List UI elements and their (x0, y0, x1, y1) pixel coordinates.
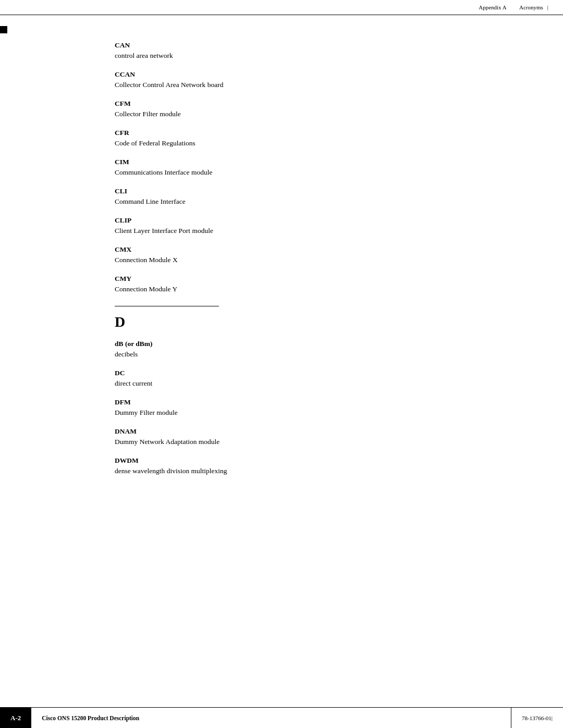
definition-DC: direct current (115, 379, 469, 388)
book-title: Cisco ONS 15200 Product Description (42, 715, 139, 721)
definition-DWDM: dense wavelength division multiplexing (115, 467, 469, 475)
term-DC: DC direct current (115, 369, 469, 388)
page-number-tab: A-2 (0, 708, 31, 728)
main-content: CAN control area network CCAN Collector … (0, 15, 563, 519)
term-label-DFM: DFM (115, 398, 469, 406)
term-DWDM: DWDM dense wavelength division multiplex… (115, 456, 469, 475)
header-separator (511, 4, 515, 10)
d-section: D dB (or dBm) decibels DC direct current… (115, 315, 469, 475)
term-label-CCAN: CCAN (115, 70, 469, 79)
definition-CCAN: Collector Control Area Network board (115, 81, 469, 89)
term-label-CIM: CIM (115, 158, 469, 166)
term-CLI: CLI Command Line Interface (115, 187, 469, 206)
footer-center: Cisco ONS 15200 Product Description (31, 708, 511, 728)
appendix-label: Appendix A (479, 4, 506, 10)
term-label-CLIP: CLIP (115, 216, 469, 225)
section-divider (115, 306, 219, 306)
term-label-CMY: CMY (115, 275, 469, 283)
term-label-CAN: CAN (115, 41, 469, 50)
definition-dB: decibels (115, 350, 469, 359)
term-CMX: CMX Connection Module X (115, 245, 469, 264)
term-CFM: CFM Collector Filter module (115, 100, 469, 118)
definition-CLIP: Client Layer Interface Port module (115, 227, 469, 235)
left-bookmark (0, 26, 7, 33)
header-pipe: | (547, 4, 548, 10)
definition-CFM: Collector Filter module (115, 110, 469, 118)
doc-number: 78-13766-01 (522, 715, 552, 721)
term-CLIP: CLIP Client Layer Interface Port module (115, 216, 469, 235)
page-number: A-2 (10, 714, 21, 722)
term-label-dB: dB (or dBm) (115, 340, 469, 348)
term-label-DNAM: DNAM (115, 427, 469, 436)
definition-CFR: Code of Federal Regulations (115, 139, 469, 147)
term-label-CLI: CLI (115, 187, 469, 195)
term-label-DWDM: DWDM (115, 456, 469, 465)
term-DFM: DFM Dummy Filter module (115, 398, 469, 417)
footer-pipe: | (552, 715, 553, 721)
footer-doc-number: 78-13766-01 | (511, 708, 563, 728)
term-CMY: CMY Connection Module Y (115, 275, 469, 293)
definition-DNAM: Dummy Network Adaptation module (115, 438, 469, 446)
term-CCAN: CCAN Collector Control Area Network boar… (115, 70, 469, 89)
term-label-DC: DC (115, 369, 469, 377)
term-label-CMX: CMX (115, 245, 469, 254)
definition-DFM: Dummy Filter module (115, 409, 469, 417)
definition-CLI: Command Line Interface (115, 198, 469, 206)
page-container: Appendix A Acronyms | CAN control area n… (0, 0, 563, 728)
definition-CIM: Communications Interface module (115, 168, 469, 177)
term-label-CFR: CFR (115, 129, 469, 137)
term-CIM: CIM Communications Interface module (115, 158, 469, 177)
term-CAN: CAN control area network (115, 41, 469, 60)
section-label: Acronyms (519, 4, 543, 10)
term-dB: dB (or dBm) decibels (115, 340, 469, 359)
definition-CMY: Connection Module Y (115, 285, 469, 293)
term-CFR: CFR Code of Federal Regulations (115, 129, 469, 147)
c-section: CAN control area network CCAN Collector … (115, 41, 469, 293)
section-d-letter: D (115, 315, 469, 329)
definition-CMX: Connection Module X (115, 256, 469, 264)
term-label-CFM: CFM (115, 100, 469, 108)
bottom-footer: A-2 Cisco ONS 15200 Product Description … (0, 707, 563, 728)
term-DNAM: DNAM Dummy Network Adaptation module (115, 427, 469, 446)
top-header: Appendix A Acronyms | (0, 0, 563, 15)
definition-CAN: control area network (115, 52, 469, 60)
